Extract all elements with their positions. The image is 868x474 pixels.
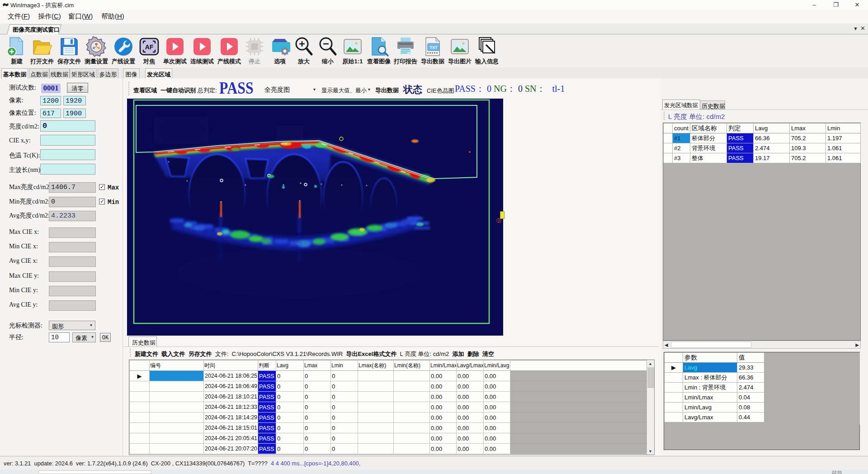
svg-text:AF: AF	[145, 43, 154, 51]
svg-text:TXT: TXT	[430, 45, 438, 50]
